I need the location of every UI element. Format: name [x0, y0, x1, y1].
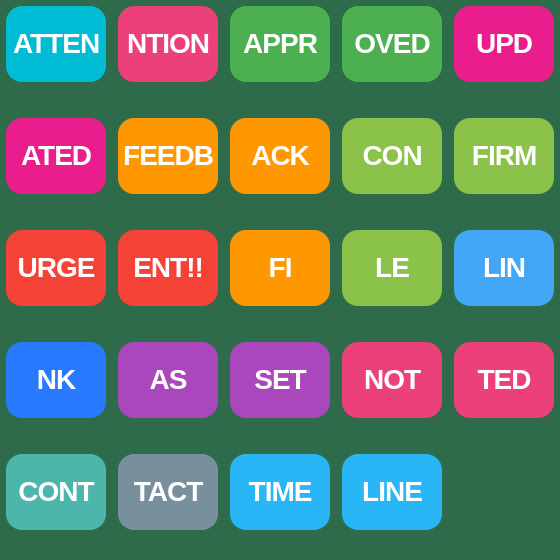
badge-fi: FI [230, 230, 330, 306]
badge-label-not: NOT [364, 366, 420, 394]
badge-label-upd: UPD [476, 30, 532, 58]
badge-label-con: CON [362, 142, 421, 170]
badge-label-time: TIME [249, 478, 312, 506]
badge-firm: FIRM [454, 118, 554, 194]
badge-label-oved: OVED [354, 30, 429, 58]
badge-appr: APPR [230, 6, 330, 82]
badge-label-feedb: FEEDB [123, 142, 213, 170]
badge-label-appr: APPR [243, 30, 317, 58]
badge-grid: ATTENNTIONAPPROVEDUPDATEDFEEDBACKCONFIRM… [0, 0, 560, 560]
badge-oved: OVED [342, 6, 442, 82]
badge-label-nt: ENT!! [133, 254, 203, 282]
badge-label-ted: TED [478, 366, 531, 394]
badge-urge: URGE [6, 230, 106, 306]
badge-label-line: LINE [362, 478, 422, 506]
badge-ated: ATED [6, 118, 106, 194]
badge-nk: NK [6, 342, 106, 418]
badge-le: LE [342, 230, 442, 306]
badge-atten: ATTEN [6, 6, 106, 82]
badge-empty [454, 454, 554, 530]
badge-label-set: SET [254, 366, 305, 394]
badge-label-ated: ATED [21, 142, 91, 170]
badge-label-nk: NK [37, 366, 75, 394]
badge-label-act: TACT [134, 478, 203, 506]
badge-label-ntion: NTION [127, 30, 209, 58]
badge-label-le: LE [375, 254, 409, 282]
badge-nt: ENT!! [118, 230, 218, 306]
badge-label-ack: ACK [251, 142, 309, 170]
badge-line: LINE [342, 454, 442, 530]
badge-ack: ACK [230, 118, 330, 194]
badge-lin: LIN [454, 230, 554, 306]
badge-as: AS [118, 342, 218, 418]
badge-feedb: FEEDB [118, 118, 218, 194]
badge-label-atten: ATTEN [13, 30, 99, 58]
badge-label-as: AS [150, 366, 187, 394]
badge-set: SET [230, 342, 330, 418]
badge-act: TACT [118, 454, 218, 530]
badge-label-urge: URGE [18, 254, 95, 282]
badge-ntion: NTION [118, 6, 218, 82]
badge-not: NOT [342, 342, 442, 418]
badge-time: TIME [230, 454, 330, 530]
badge-label-firm: FIRM [472, 142, 536, 170]
badge-label-lin: LIN [483, 254, 525, 282]
badge-con: CON [342, 118, 442, 194]
badge-ted: TED [454, 342, 554, 418]
badge-upd: UPD [454, 6, 554, 82]
badge-cont: CONT [6, 454, 106, 530]
badge-label-cont: CONT [18, 478, 93, 506]
badge-label-fi: FI [269, 254, 292, 282]
